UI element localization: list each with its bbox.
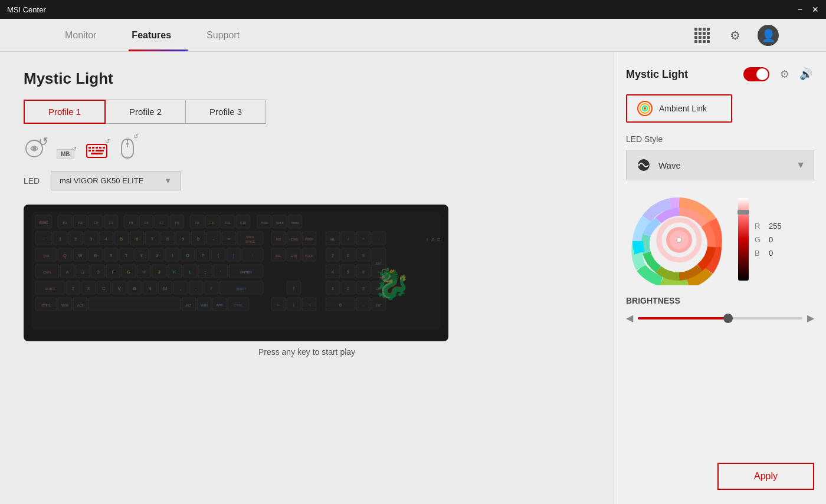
grid-view-button[interactable] <box>691 25 713 46</box>
led-style-value: Wave <box>658 160 796 170</box>
brightness-slider-row: ◀ ▶ <box>626 312 814 324</box>
sync-icon: ↺ <box>38 134 48 149</box>
svg-point-243 <box>677 238 681 242</box>
svg-text:H: H <box>142 270 145 274</box>
svg-text:P: P <box>202 253 205 258</box>
brightness-slider-thumb[interactable] <box>723 314 733 323</box>
svg-text:1: 1 <box>332 286 334 291</box>
svg-text:F7: F7 <box>159 221 164 225</box>
svg-rect-10 <box>96 150 104 151</box>
ambient-link-button[interactable]: Ambient Link <box>626 94 732 123</box>
svg-text:3: 3 <box>362 286 365 291</box>
right-panel-header: Mystic Light ⚙ 🔊 <box>626 66 814 83</box>
svg-text:PrtSc: PrtSc <box>261 221 268 225</box>
keyboard-icon[interactable]: ↺ <box>86 143 107 159</box>
svg-text:3: 3 <box>90 237 92 241</box>
svg-text:F3: F3 <box>93 221 98 225</box>
brightness-increase-button[interactable]: ▶ <box>807 312 814 324</box>
color-bar-handle[interactable] <box>738 210 749 215</box>
user-avatar[interactable]: 👤 <box>758 25 779 46</box>
svg-text:Z: Z <box>72 286 75 291</box>
settings-icon[interactable]: ⚙ <box>776 66 793 83</box>
nav-monitor[interactable]: Monitor <box>47 19 114 52</box>
svg-text:WIN: WIN <box>61 304 68 307</box>
led-style-dropdown[interactable]: Wave ▼ <box>626 150 814 180</box>
nav-features[interactable]: Features <box>114 19 189 52</box>
svg-text:4: 4 <box>332 270 334 274</box>
svg-text:F1: F1 <box>63 221 67 225</box>
motherboard-icon[interactable]: ↺ MB <box>57 149 74 159</box>
speaker-icon[interactable]: 🔊 <box>798 66 814 83</box>
profile-tab-2[interactable]: Profile 2 <box>106 100 186 124</box>
svg-text:F6: F6 <box>144 221 149 225</box>
svg-text:9: 9 <box>182 237 184 241</box>
svg-point-237 <box>641 163 643 164</box>
svg-text:D: D <box>96 270 99 274</box>
g-label: G <box>755 235 764 244</box>
svg-text:Pause: Pause <box>291 221 299 225</box>
svg-text:F: F <box>112 270 114 274</box>
svg-text:HOME: HOME <box>290 238 299 241</box>
svg-text:.: . <box>363 303 364 307</box>
settings-button[interactable]: ⚙ <box>725 25 746 46</box>
svg-rect-6 <box>99 147 101 149</box>
svg-point-13 <box>126 143 129 145</box>
keyboard-svg: ESC F1 F2 F3 F4 F5 <box>32 212 440 330</box>
svg-text:←: ← <box>276 302 281 308</box>
led-row: LED msi VIGOR GK50 ELITE ▼ <box>24 171 590 190</box>
ambient-link-icon <box>637 100 653 117</box>
svg-text:CTRL: CTRL <box>234 304 243 307</box>
profile-tab-1[interactable]: Profile 1 <box>24 100 106 124</box>
svg-text:N: N <box>148 286 151 291</box>
led-device-dropdown[interactable]: msi VIGOR GK50 ELITE ▼ <box>51 171 181 190</box>
svg-text:2: 2 <box>74 237 77 241</box>
svg-text:SHIFT: SHIFT <box>236 287 247 291</box>
svg-text:5: 5 <box>120 237 123 241</box>
brightness-slider[interactable] <box>638 317 802 319</box>
led-label: LED <box>24 176 41 186</box>
color-wheel[interactable] <box>626 192 732 286</box>
apply-button[interactable]: Apply <box>717 463 814 490</box>
svg-text:0: 0 <box>339 303 342 307</box>
page-title: Mystic Light <box>24 70 590 88</box>
svg-rect-11 <box>91 153 103 154</box>
svg-text:=: = <box>228 237 230 241</box>
svg-text:I: I <box>172 253 173 258</box>
svg-text:]: ] <box>233 253 234 258</box>
svg-text:L: L <box>189 270 191 274</box>
color-brightness-bar[interactable] <box>738 198 749 281</box>
close-button[interactable]: ✕ <box>812 5 819 14</box>
nav-support[interactable]: Support <box>189 19 257 52</box>
svg-text:,: , <box>180 286 181 291</box>
svg-text:ENTER: ENTER <box>240 271 253 274</box>
svg-text:G: G <box>127 270 130 274</box>
sync-all-icon[interactable]: ↺ <box>24 138 45 159</box>
svg-text:6: 6 <box>136 237 138 241</box>
svg-rect-5 <box>96 147 98 149</box>
svg-text:7: 7 <box>332 253 334 258</box>
svg-text:BACK: BACK <box>246 235 254 239</box>
mouse-icon[interactable]: ↺ <box>119 138 136 159</box>
svg-text:C: C <box>102 286 105 291</box>
svg-text:8: 8 <box>347 253 349 258</box>
svg-text:ALT: ALT <box>77 304 84 307</box>
keyboard-device-icon <box>86 143 107 159</box>
r-label: R <box>755 222 764 230</box>
window-controls: − ✕ <box>798 5 819 14</box>
svg-text:O: O <box>186 253 189 258</box>
grid-icon <box>694 28 710 43</box>
avatar-icon: 👤 <box>761 28 776 42</box>
svg-text:→: → <box>307 302 312 308</box>
svg-text:Y: Y <box>140 253 143 258</box>
profile-tab-3[interactable]: Profile 3 <box>186 100 266 124</box>
svg-text:APP: APP <box>216 304 223 307</box>
minimize-button[interactable]: − <box>798 5 802 14</box>
svg-point-1 <box>32 147 36 150</box>
svg-point-236 <box>638 164 640 166</box>
svg-text:M: M <box>163 286 167 291</box>
mystic-light-toggle[interactable] <box>743 67 769 81</box>
led-style-label: LED Style <box>626 134 814 144</box>
brightness-decrease-button[interactable]: ◀ <box>626 312 633 324</box>
svg-text:PGUP: PGUP <box>305 238 314 241</box>
svg-text:D: D <box>437 237 440 242</box>
